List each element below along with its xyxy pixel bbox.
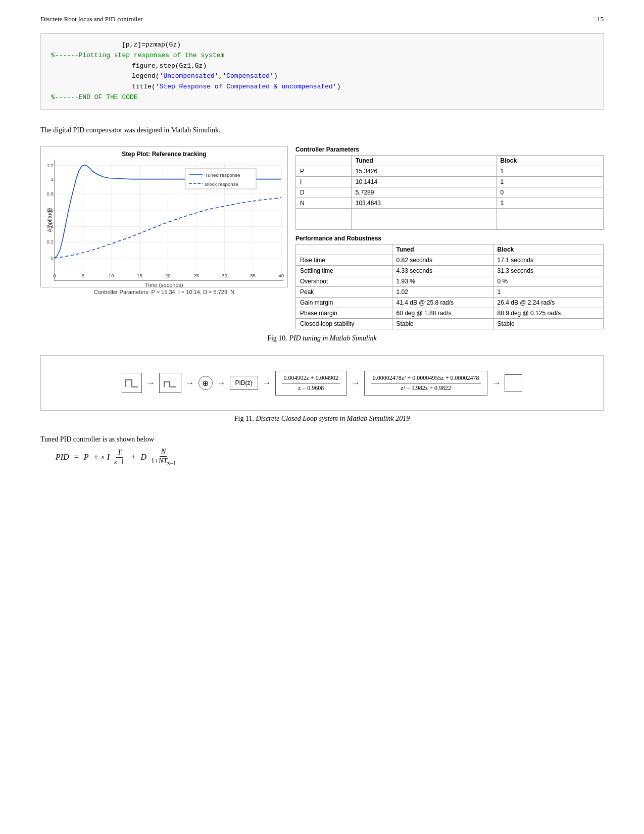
fig11-italic: Discrete Closed Loop system in Matlab Si… [256, 415, 410, 422]
formula-section: Tuned PID controller is as shown below P… [40, 435, 604, 467]
svg-text:20: 20 [165, 273, 171, 278]
perf-peak-tuned: 1.02 [392, 287, 493, 298]
formula-frac2-num: N [160, 448, 167, 457]
formula-frac2-sub: z−1 [167, 460, 176, 467]
pid-formula: PID = P + s I T z−1 + D N 1+NTz−1 [56, 448, 604, 467]
table-row [296, 209, 604, 219]
perf-peak-label: Peak [296, 287, 392, 298]
chart-inner: 0 0.2 0.4 0.6 0.8 1 1.2 0 5 10 15 20 25 [54, 160, 283, 281]
tf2-block: 0.00002478z² + 0.00004955z + 0.00002478 … [364, 371, 488, 396]
table-row: Overshoot 1.93 % 0 % [296, 276, 604, 287]
tf1-num: 0.004902z + 0.004902 [282, 374, 340, 383]
fig10-italic: PID tuning in Matlab Simulink [289, 334, 376, 342]
step-block [159, 373, 181, 393]
plot-caption: Controller Parameters: P = 15.34, I = 10… [45, 289, 283, 295]
fig11-label: Fig 11. [234, 415, 256, 422]
cp-n-block: 1 [496, 198, 603, 209]
perf-rise-block: 17.1 seconds [493, 255, 603, 266]
table-row: Phase margin 60 deg @ 1.88 rad/s 88.9 de… [296, 308, 604, 319]
cp-p-block: 1 [496, 166, 603, 177]
formula-plus1: + [91, 453, 98, 462]
cp-empty6 [496, 219, 603, 230]
formula-sub-s: s [102, 453, 104, 461]
formula-P: P [84, 453, 89, 462]
formula-D: D [140, 453, 146, 462]
formula-frac1: T z−1 [113, 449, 126, 466]
output-block [505, 374, 522, 392]
svg-text:35: 35 [250, 273, 256, 278]
svg-text:1.2: 1.2 [46, 163, 53, 168]
cp-p-tuned: 15.3426 [351, 166, 496, 177]
arrow-4: → [262, 378, 271, 388]
formula-I: I [107, 453, 110, 462]
tf1-den: z − 0.9608 [296, 383, 326, 392]
arrow-6: → [491, 378, 501, 388]
cp-n-tuned: 103.4643 [351, 198, 496, 209]
cp-i-label: I [296, 177, 352, 187]
pid-block: PID(z) [230, 376, 258, 390]
formula-equals: = [72, 453, 81, 462]
perf-settle-block: 31.3 seconds [493, 266, 603, 276]
table-row: N 103.4643 1 [296, 198, 604, 209]
svg-text:40: 40 [278, 273, 284, 278]
tf1-block: 0.004902z + 0.004902 z − 0.9608 [275, 371, 347, 396]
svg-text:Tuned response: Tuned response [205, 172, 240, 178]
perf-peak-block: 1 [493, 287, 603, 298]
table-row: Settling time 4.33 seconds 31.3 seconds [296, 266, 604, 276]
input-block [122, 373, 142, 393]
fig10-label: Fig 10. [267, 334, 289, 342]
header-title: Discrete Root locus and PID controller [40, 15, 143, 23]
simulink-diagram: → → ⊕ → PID(z) → 0.004902z + 0.004902 z … [40, 355, 604, 411]
svg-text:0.6: 0.6 [46, 207, 53, 213]
svg-text:0: 0 [53, 273, 56, 278]
cp-header-1 [296, 156, 352, 166]
cp-header-3: Block [496, 156, 603, 166]
cp-empty1 [296, 209, 352, 219]
svg-text:10: 10 [109, 273, 114, 278]
table-row: P 15.3426 1 [296, 166, 604, 177]
controller-params-panel: Controller Parameters Tuned Block P 15.3… [295, 146, 604, 329]
arrow-5: → [351, 378, 360, 388]
perf-rise-tuned: 0.82 seconds [392, 255, 493, 266]
perf-phase-label: Phase margin [296, 308, 392, 319]
perf-gain-label: Gain margin [296, 298, 392, 308]
perf-header-2: Tuned [392, 244, 493, 255]
table-row: I 10.1414 1 [296, 177, 604, 187]
cp-header-2: Tuned [351, 156, 496, 166]
arrow-2: → [185, 378, 194, 388]
cp-d-label: D [296, 187, 352, 198]
step-plot-container: Step Plot: Reference tracking Amplitude [40, 146, 288, 287]
perf-stability-label: Closed-loop stability [296, 319, 392, 329]
tf2-fraction: 0.00002478z² + 0.00004955z + 0.00002478 … [371, 374, 481, 392]
fig10-caption: Fig 10. PID tuning in Matlab Simulink [40, 334, 604, 342]
tf1-fraction: 0.004902z + 0.004902 z − 0.9608 [282, 374, 340, 392]
intro-paragraph: The digital PID compensator was designed… [40, 125, 604, 136]
formula-frac1-num: T [116, 449, 123, 458]
perf-gain-block: 26.4 dB @ 2.24 rad/s [493, 298, 603, 308]
x-axis-label: Time (seconds) [45, 282, 283, 288]
svg-text:25: 25 [193, 273, 199, 278]
pid-intro-text: Tuned PID controller is as shown below [40, 435, 604, 444]
table-row: Rise time 0.82 seconds 17.1 seconds [296, 255, 604, 266]
perf-settle-tuned: 4.33 seconds [392, 266, 493, 276]
formula-pid-label: PID [56, 453, 69, 462]
svg-text:0.4: 0.4 [46, 224, 54, 229]
svg-text:5: 5 [81, 273, 84, 278]
perf-overshoot-label: Overshoot [296, 276, 392, 287]
cp-p-label: P [296, 166, 352, 177]
plot-title: Step Plot: Reference tracking [45, 151, 283, 158]
page-number: 15 [597, 15, 604, 23]
perf-overshoot-tuned: 1.93 % [392, 276, 493, 287]
perf-phase-tuned: 60 deg @ 1.88 rad/s [392, 308, 493, 319]
svg-text:0: 0 [51, 255, 54, 261]
perf-rise-label: Rise time [296, 255, 392, 266]
cp-empty5 [351, 219, 496, 230]
table-row: Peak 1.02 1 [296, 287, 604, 298]
figures-row: Step Plot: Reference tracking Amplitude [40, 146, 604, 329]
cp-empty2 [351, 209, 496, 219]
step-icon [124, 376, 140, 390]
perf-phase-block: 88.9 deg @ 0.125 rad/s [493, 308, 603, 319]
tf2-den: z² − 1.982z + 0.9822 [399, 383, 453, 392]
svg-text:30: 30 [222, 273, 227, 278]
formula-frac2: N 1+NTz−1 [150, 448, 178, 467]
